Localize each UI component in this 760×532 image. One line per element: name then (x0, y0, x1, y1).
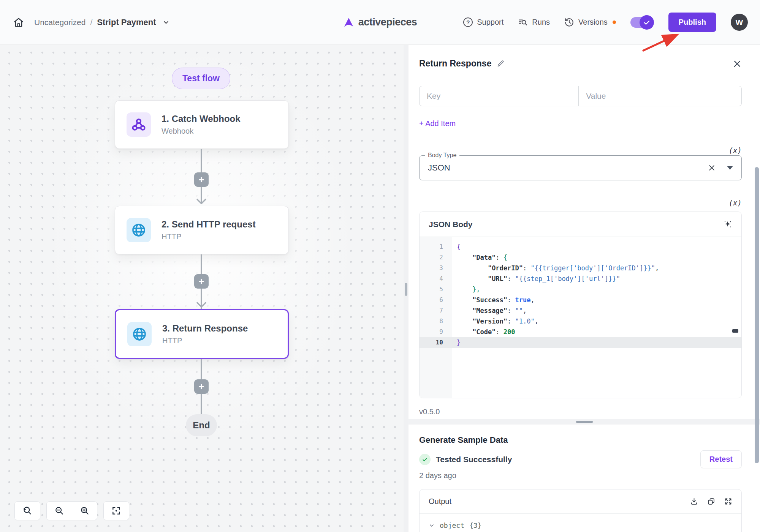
zoom-out-icon (54, 506, 64, 516)
chevron-down-icon[interactable] (162, 19, 170, 26)
runs-label: Runs (532, 18, 550, 27)
globe-icon (127, 218, 151, 242)
step-subtitle: HTTP (162, 336, 248, 345)
zoom-out-button[interactable] (47, 502, 72, 520)
connector-arrow-icon (196, 198, 207, 205)
body-type-label: Body Type (425, 152, 459, 159)
body-type-select[interactable]: Body Type JSON (419, 155, 742, 180)
code-line[interactable]: 3 "OrderID": "{{trigger['body']['OrderID… (420, 263, 741, 273)
panel-divider (404, 45, 408, 532)
generate-sample-data-title: Generate Sample Data (419, 435, 742, 445)
code-line[interactable]: 4 "URL": "{{step_1['body']['url']}}" (420, 273, 741, 284)
insert-variable-icon[interactable]: (x) (729, 146, 742, 155)
code-line[interactable]: 6 "Success": true, (420, 295, 741, 305)
support-label: Support (477, 18, 504, 27)
code-editor[interactable]: 1{2 "Data": {3 "OrderID": "{{trigger['bo… (420, 237, 741, 398)
panel-divider-handle[interactable] (405, 283, 407, 296)
add-step-button[interactable]: + (194, 379, 209, 394)
code-line[interactable]: 10} (420, 337, 741, 348)
step-title: 2. Send HTTP request (162, 219, 256, 230)
support-button[interactable]: ? Support (463, 17, 504, 27)
code-line[interactable]: 5 }, (420, 284, 741, 295)
output-title: Output (429, 497, 451, 506)
step-title: 3. Return Response (162, 323, 248, 334)
canvas-toolbar (14, 501, 129, 520)
test-flow-button[interactable]: Test flow (172, 68, 230, 89)
breadcrumb-category[interactable]: Uncategorized (34, 18, 86, 27)
clear-selection-icon[interactable] (708, 164, 716, 172)
close-panel-icon[interactable] (733, 59, 742, 68)
success-check-icon (419, 454, 431, 465)
dropdown-caret-icon[interactable] (727, 166, 733, 170)
window-scrollbar-thumb[interactable] (755, 167, 759, 463)
add-step-button[interactable]: + (194, 274, 209, 289)
flow-end-node: End (186, 414, 217, 436)
code-line[interactable]: 9 "Code": 200 (420, 327, 741, 337)
piece-version: v0.5.0 (419, 407, 742, 416)
home-icon[interactable] (12, 16, 25, 29)
panel-title: Return Response (419, 58, 491, 69)
zoom-reset-button[interactable] (15, 502, 40, 520)
copy-icon[interactable] (707, 497, 715, 505)
connector-arrow-icon (196, 302, 207, 308)
versions-button[interactable]: Versions (564, 17, 616, 27)
value-input[interactable] (579, 86, 741, 106)
output-card: Output object {3} (419, 489, 742, 532)
step-title: 1. Catch Webhook (162, 114, 241, 124)
step-subtitle: Webhook (162, 127, 241, 136)
logo-text: activepieces (358, 16, 417, 28)
publish-button[interactable]: Publish (668, 13, 716, 32)
step-settings-panel: Return Response + Add Item (x) Body Type… (408, 45, 760, 532)
edit-name-icon[interactable] (497, 60, 505, 68)
last-tested-time: 2 days ago (419, 471, 742, 480)
tree-node-type: object (440, 521, 464, 529)
json-body-editor: JSON Body 1{2 "Data": {3 "OrderID": "{{t… (419, 212, 742, 398)
add-step-button[interactable]: + (194, 172, 209, 187)
step-card-return-response[interactable]: 3. Return Response HTTP (115, 309, 289, 359)
breadcrumb: Uncategorized / Stript Payment (34, 17, 170, 27)
runs-list-search-icon (518, 17, 528, 27)
insert-variable-icon[interactable]: (x) (729, 199, 742, 207)
webhook-icon (127, 112, 151, 137)
unsaved-changes-dot (613, 21, 616, 24)
test-status-label: Tested Successfully (436, 455, 512, 464)
code-line[interactable]: 1{ (420, 242, 741, 252)
code-line[interactable]: 7 "Message": "", (420, 305, 741, 316)
tree-collapse-icon[interactable] (429, 523, 435, 529)
toggle-check-icon (640, 15, 654, 30)
retest-button[interactable]: Retest (700, 450, 742, 468)
zoom-in-icon (80, 506, 90, 516)
history-icon (564, 17, 574, 27)
step-card-catch-webhook[interactable]: 1. Catch Webhook Webhook (115, 100, 289, 149)
zoom-reset-icon (22, 506, 32, 516)
section-divider-handle[interactable] (576, 421, 593, 423)
expand-icon[interactable] (724, 497, 732, 505)
step-card-send-http[interactable]: 2. Send HTTP request HTTP (115, 206, 289, 254)
code-line[interactable]: 8 "Version": "1.0", (420, 316, 741, 327)
flow-canvas: Test flow 1. Catch Webhook Webhook + 2. … (0, 45, 404, 532)
sparkle-icon[interactable] (723, 220, 732, 229)
logo: activepieces (343, 16, 417, 28)
globe-icon (127, 322, 152, 346)
headers-key-value-row (419, 86, 742, 106)
code-line[interactable]: 2 "Data": { (420, 252, 741, 263)
download-icon[interactable] (690, 497, 698, 505)
fit-to-view-button[interactable] (104, 502, 129, 520)
question-icon: ? (463, 17, 473, 27)
runs-button[interactable]: Runs (518, 17, 550, 27)
key-input[interactable] (420, 86, 578, 106)
zoom-in-button[interactable] (72, 502, 97, 520)
activepieces-logo-icon (343, 17, 355, 28)
flow-name: Stript Payment (97, 17, 156, 27)
body-type-value: JSON (428, 163, 450, 173)
json-body-title: JSON Body (429, 220, 473, 229)
top-navbar: Uncategorized / Stript Payment activepie… (0, 0, 760, 45)
section-divider (408, 419, 760, 425)
add-item-button[interactable]: + Add Item (419, 119, 456, 128)
avatar[interactable]: W (731, 14, 748, 31)
json-code-lines: 1{2 "Data": {3 "OrderID": "{{trigger['bo… (420, 242, 741, 348)
flow-enabled-toggle[interactable] (630, 17, 652, 28)
fit-to-view-icon (111, 506, 121, 516)
breadcrumb-separator: / (90, 18, 92, 27)
step-subtitle: HTTP (162, 232, 256, 241)
